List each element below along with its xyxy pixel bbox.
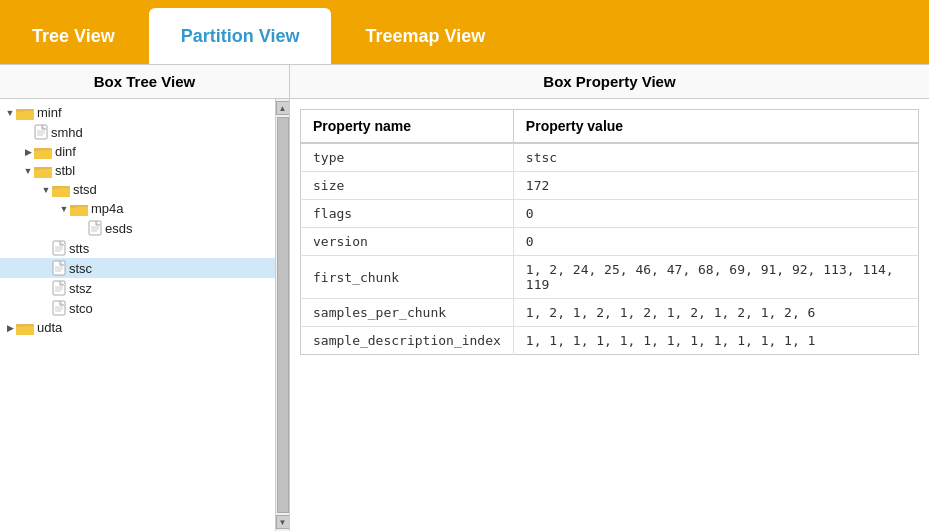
tree-panel-header: Box Tree View (0, 65, 289, 99)
tree-item-smhd[interactable]: ▶ smhd (0, 122, 275, 142)
svg-rect-41 (16, 324, 23, 327)
tree-item-stbl[interactable]: ▼ stbl (0, 161, 275, 180)
tree-label-stts: stts (69, 241, 89, 256)
svg-rect-17 (70, 207, 88, 216)
property-name-cell: size (301, 172, 514, 200)
tree-label-stco: stco (69, 301, 93, 316)
svg-rect-14 (52, 188, 70, 197)
property-value-cell: 1, 2, 24, 25, 46, 47, 68, 69, 91, 92, 11… (513, 256, 918, 299)
property-row: typestsc (301, 143, 919, 172)
tree-item-stts[interactable]: ▶ stts (0, 238, 275, 258)
tree-arrow-stbl[interactable]: ▼ (22, 166, 34, 176)
property-row: sample_description_index1, 1, 1, 1, 1, 1… (301, 327, 919, 355)
file-icon-smhd (34, 124, 48, 140)
tree-label-udta: udta (37, 320, 62, 335)
tree-label-stsc: stsc (69, 261, 92, 276)
file-icon-stsz (52, 280, 66, 296)
tree-arrow-stsd[interactable]: ▼ (40, 185, 52, 195)
property-name-cell: sample_description_index (301, 327, 514, 355)
property-value-cell: 0 (513, 228, 918, 256)
tree-scrollbar[interactable]: ▲ ▼ (275, 99, 289, 531)
svg-rect-1 (16, 111, 34, 120)
tree-content: ▼ minf▶ smhd▶ dinf▼ stbl▼ stsd▼ mp4a▶ es… (0, 99, 289, 531)
tab-treemap[interactable]: Treemap View (333, 8, 517, 64)
property-row: samples_per_chunk1, 2, 1, 2, 1, 2, 1, 2,… (301, 299, 919, 327)
tab-bar: Tree ViewPartition ViewTreemap View (0, 0, 929, 64)
tree-label-mp4a: mp4a (91, 201, 124, 216)
tree-arrow-udta[interactable]: ▶ (4, 323, 16, 333)
folder-icon-minf (16, 106, 34, 120)
svg-rect-18 (70, 205, 77, 208)
tree-item-minf[interactable]: ▼ minf (0, 103, 275, 122)
svg-rect-27 (53, 261, 65, 275)
property-value-cell: 172 (513, 172, 918, 200)
tree-item-stsc[interactable]: ▶ stsc (0, 258, 275, 278)
tree-item-mp4a[interactable]: ▼ mp4a (0, 199, 275, 218)
scroll-up-button[interactable]: ▲ (276, 101, 290, 115)
svg-rect-35 (53, 301, 65, 315)
property-name-cell: first_chunk (301, 256, 514, 299)
folder-icon-stbl (34, 164, 52, 178)
file-icon-stts (52, 240, 66, 256)
tree-arrow-minf[interactable]: ▼ (4, 108, 16, 118)
tree-label-esds: esds (105, 221, 132, 236)
svg-rect-23 (53, 241, 65, 255)
file-icon-esds (88, 220, 102, 236)
tree-item-udta[interactable]: ▶ udta (0, 318, 275, 337)
property-panel: Box Property View Property name Property… (290, 65, 929, 531)
col-value-header: Property value (513, 110, 918, 144)
tree-scroll-area: ▼ minf▶ smhd▶ dinf▼ stbl▼ stsd▼ mp4a▶ es… (0, 99, 275, 531)
property-table-container: Property name Property value typestscsiz… (290, 99, 929, 531)
property-name-cell: flags (301, 200, 514, 228)
svg-rect-31 (53, 281, 65, 295)
tree-item-esds[interactable]: ▶ esds (0, 218, 275, 238)
property-value-cell: 0 (513, 200, 918, 228)
tree-label-stsz: stsz (69, 281, 92, 296)
property-table: Property name Property value typestscsiz… (300, 109, 919, 355)
property-row: version0 (301, 228, 919, 256)
tree-label-stbl: stbl (55, 163, 75, 178)
main-content: Box Tree View ▼ minf▶ smhd▶ dinf▼ stbl▼ … (0, 64, 929, 531)
svg-rect-19 (89, 221, 101, 235)
tree-label-dinf: dinf (55, 144, 76, 159)
col-name-header: Property name (301, 110, 514, 144)
property-value-cell: stsc (513, 143, 918, 172)
tree-label-smhd: smhd (51, 125, 83, 140)
property-row: first_chunk1, 2, 24, 25, 46, 47, 68, 69,… (301, 256, 919, 299)
svg-rect-11 (34, 169, 52, 178)
tree-arrow-mp4a[interactable]: ▼ (58, 204, 70, 214)
scroll-down-button[interactable]: ▼ (276, 515, 290, 529)
svg-rect-40 (16, 326, 34, 335)
tree-item-stsd[interactable]: ▼ stsd (0, 180, 275, 199)
property-name-cell: type (301, 143, 514, 172)
svg-rect-12 (34, 167, 41, 170)
folder-icon-udta (16, 321, 34, 335)
property-tbody: typestscsize172flags0version0first_chunk… (301, 143, 919, 355)
tab-partition[interactable]: Partition View (149, 8, 332, 64)
folder-icon-dinf (34, 145, 52, 159)
tree-item-stco[interactable]: ▶ stco (0, 298, 275, 318)
tree-item-stsz[interactable]: ▶ stsz (0, 278, 275, 298)
property-name-cell: samples_per_chunk (301, 299, 514, 327)
folder-icon-stsd (52, 183, 70, 197)
property-value-cell: 1, 2, 1, 2, 1, 2, 1, 2, 1, 2, 1, 2, 6 (513, 299, 918, 327)
property-row: size172 (301, 172, 919, 200)
tab-tree[interactable]: Tree View (0, 8, 147, 64)
file-icon-stco (52, 300, 66, 316)
svg-rect-15 (52, 186, 59, 189)
svg-rect-3 (35, 125, 47, 139)
property-value-cell: 1, 1, 1, 1, 1, 1, 1, 1, 1, 1, 1, 1, 1 (513, 327, 918, 355)
svg-rect-8 (34, 150, 52, 159)
property-panel-header: Box Property View (290, 65, 929, 99)
tree-panel: Box Tree View ▼ minf▶ smhd▶ dinf▼ stbl▼ … (0, 65, 290, 531)
folder-icon-mp4a (70, 202, 88, 216)
file-icon-stsc (52, 260, 66, 276)
svg-rect-2 (16, 109, 23, 112)
tree-label-minf: minf (37, 105, 62, 120)
property-name-cell: version (301, 228, 514, 256)
property-row: flags0 (301, 200, 919, 228)
tree-item-dinf[interactable]: ▶ dinf (0, 142, 275, 161)
scroll-thumb[interactable] (277, 117, 289, 513)
tree-label-stsd: stsd (73, 182, 97, 197)
tree-arrow-dinf[interactable]: ▶ (22, 147, 34, 157)
